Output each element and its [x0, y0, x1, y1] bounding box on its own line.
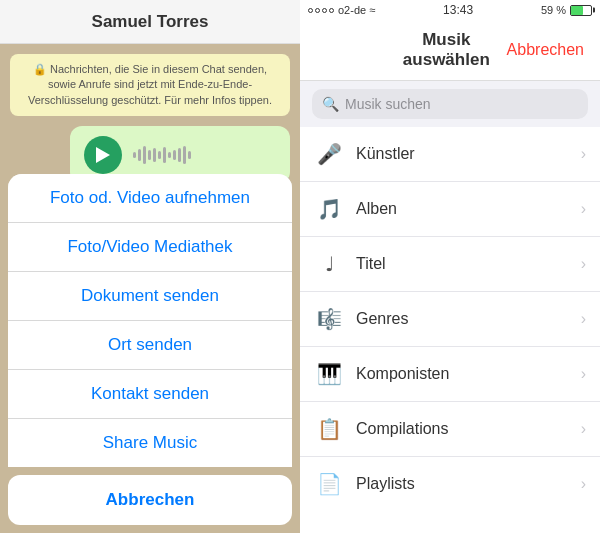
signal-dot-1	[308, 8, 313, 13]
signal-dot-4	[329, 8, 334, 13]
waveform-bar	[178, 148, 181, 162]
battery-icon	[570, 5, 592, 16]
artists-label: Künstler	[356, 145, 581, 163]
chevron-right-icon: ›	[581, 420, 586, 438]
status-time: 13:43	[443, 3, 473, 17]
album-icon: 🎵	[314, 194, 344, 224]
waveform-bar	[148, 150, 151, 160]
chevron-right-icon: ›	[581, 365, 586, 383]
waveform-bar	[188, 151, 191, 159]
signal-indicator: o2-de ≈	[308, 4, 375, 16]
titles-label: Titel	[356, 255, 581, 273]
waveform-bar	[138, 149, 141, 161]
carrier-label: o2-de ≈	[338, 4, 375, 16]
right-panel: o2-de ≈ 13:43 59 % Musik auswählen Abbre…	[300, 0, 600, 533]
action-sheet-item-2[interactable]: Dokument senden	[8, 272, 292, 321]
battery-fill	[571, 6, 583, 15]
action-sheet-item-1[interactable]: Foto/Video Mediathek	[8, 223, 292, 272]
list-item-composers[interactable]: 🎹 Komponisten ›	[300, 347, 600, 402]
audio-play-button[interactable]	[84, 136, 122, 174]
list-item-playlists[interactable]: 📄 Playlists ›	[300, 457, 600, 511]
composers-label: Komponisten	[356, 365, 581, 383]
albums-label: Alben	[356, 200, 581, 218]
playlists-label: Playlists	[356, 475, 581, 493]
action-sheet-cancel-button[interactable]: Abbrechen	[8, 475, 292, 525]
play-icon	[96, 147, 110, 163]
waveform-bar	[173, 150, 176, 160]
list-item-albums[interactable]: 🎵 Alben ›	[300, 182, 600, 237]
genres-label: Genres	[356, 310, 581, 328]
artist-icon: 🎤	[314, 139, 344, 169]
status-battery-area: 59 %	[541, 4, 592, 16]
left-panel: Samuel Torres 🔒 Nachrichten, die Sie in …	[0, 0, 300, 533]
waveform-bar	[168, 152, 171, 158]
music-list: 🎤 Künstler › 🎵 Alben › ♩ Titel › 🎼 Genre…	[300, 127, 600, 533]
chevron-right-icon: ›	[581, 255, 586, 273]
encryption-notice: 🔒 Nachrichten, die Sie in diesem Chat se…	[10, 54, 290, 116]
title-icon: ♩	[314, 249, 344, 279]
action-sheet-item-0[interactable]: Foto od. Video aufnehmen	[8, 174, 292, 223]
compilations-label: Compilations	[356, 420, 581, 438]
action-sheet-item-5[interactable]: Share Music	[8, 419, 292, 467]
list-item-titles[interactable]: ♩ Titel ›	[300, 237, 600, 292]
music-nav-title: Musik auswählen	[386, 30, 507, 70]
waveform-bar	[143, 146, 146, 164]
signal-dot-3	[322, 8, 327, 13]
composer-icon: 🎹	[314, 359, 344, 389]
encryption-text: 🔒 Nachrichten, die Sie in diesem Chat se…	[28, 63, 272, 106]
list-item-genres[interactable]: 🎼 Genres ›	[300, 292, 600, 347]
search-bar[interactable]: 🔍 Musik suchen	[312, 89, 588, 119]
audio-waveform	[132, 144, 276, 166]
signal-dot-2	[315, 8, 320, 13]
battery-percentage: 59 %	[541, 4, 566, 16]
genre-icon: 🎼	[314, 304, 344, 334]
playlist-icon: 📄	[314, 469, 344, 499]
action-sheet-overlay: Foto od. Video aufnehmen Foto/Video Medi…	[0, 174, 300, 533]
list-item-artists[interactable]: 🎤 Künstler ›	[300, 127, 600, 182]
list-item-compilations[interactable]: 📋 Compilations ›	[300, 402, 600, 457]
waveform-bar	[163, 147, 166, 163]
chat-header: Samuel Torres	[0, 0, 300, 44]
svg-marker-0	[96, 147, 110, 163]
chevron-right-icon: ›	[581, 310, 586, 328]
search-input[interactable]: Musik suchen	[345, 96, 578, 112]
waveform-bar	[183, 146, 186, 164]
chevron-right-icon: ›	[581, 145, 586, 163]
waveform-bar	[133, 152, 136, 158]
waveform-bar	[158, 151, 161, 159]
music-nav-bar: Musik auswählen Abbrechen	[300, 20, 600, 81]
search-icon: 🔍	[322, 96, 339, 112]
waveform-bar	[153, 148, 156, 162]
chevron-right-icon: ›	[581, 200, 586, 218]
action-sheet-item-3[interactable]: Ort senden	[8, 321, 292, 370]
action-sheet: Foto od. Video aufnehmen Foto/Video Medi…	[8, 174, 292, 467]
music-cancel-button[interactable]: Abbrechen	[507, 41, 584, 59]
chevron-right-icon: ›	[581, 475, 586, 493]
compilation-icon: 📋	[314, 414, 344, 444]
action-sheet-item-4[interactable]: Kontakt senden	[8, 370, 292, 419]
chat-title: Samuel Torres	[92, 12, 209, 32]
status-bar: o2-de ≈ 13:43 59 %	[300, 0, 600, 20]
